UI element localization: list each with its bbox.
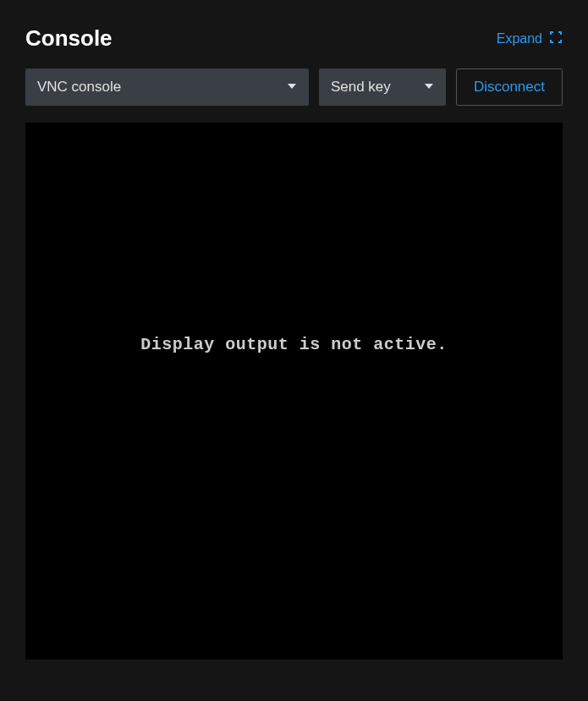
console-status-message: Display output is not active. [140,335,448,354]
page-title: Console [25,25,113,52]
disconnect-button[interactable]: Disconnect [456,68,563,106]
disconnect-label: Disconnect [474,79,545,96]
controls-row: VNC console Send key Disconnect [25,68,563,106]
caret-down-icon [424,79,434,96]
header-row: Console Expand [25,25,563,52]
console-type-selected-label: VNC console [37,79,121,96]
send-key-label: Send key [331,79,391,96]
expand-label: Expand [497,31,542,47]
send-key-select[interactable]: Send key [319,68,446,106]
expand-icon [549,30,563,47]
caret-down-icon [287,79,297,96]
console-type-select[interactable]: VNC console [25,68,309,106]
console-viewport[interactable]: Display output is not active. [25,123,563,660]
expand-button[interactable]: Expand [497,30,563,47]
